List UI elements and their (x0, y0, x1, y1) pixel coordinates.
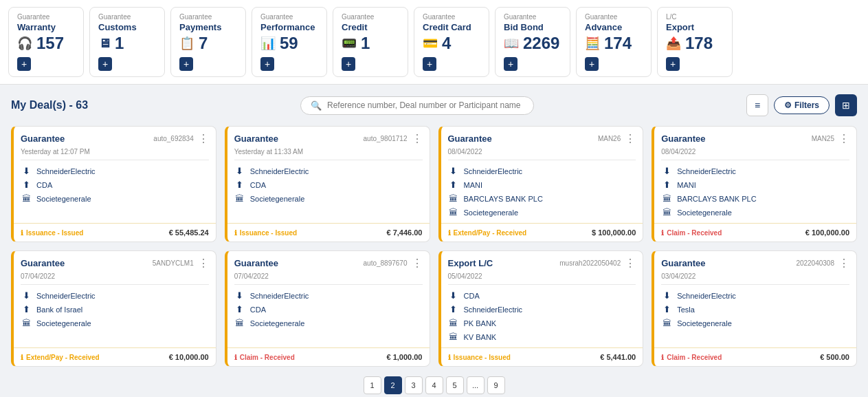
pagination: 12345...9 (11, 376, 857, 394)
card-number: 1 (361, 34, 370, 53)
filters-button[interactable]: ⚙ Filters (774, 96, 830, 114)
card-count: 📖 2269 (504, 34, 559, 53)
deals-grid: Guarantee auto_692834 ⋮ Yesterday at 12:… (11, 126, 857, 367)
deal-options-button[interactable]: ⋮ (412, 257, 423, 270)
card-category-label: Guarantee (17, 13, 49, 21)
add-card-button[interactable]: + (666, 57, 680, 71)
party-row: 🏛 KV BANK (448, 332, 636, 342)
deal-card[interactable]: Guarantee auto_9801712 ⋮ Yesterday at 11… (225, 126, 430, 242)
deal-card[interactable]: Guarantee 2022040308 ⋮ 03/04/2022 ⬇ Schn… (652, 250, 857, 367)
party-row: ⬆ CDA (21, 180, 209, 190)
main-title: My Deal(s) - 63 (11, 99, 88, 111)
top-cards-row: Guarantee Warranty 🎧 157 + Guarantee Cus… (0, 0, 868, 85)
party-name: BARCLAYS BANK PLC (677, 195, 756, 203)
deal-options-button[interactable]: ⋮ (838, 257, 849, 270)
party-name: KV BANK (464, 333, 497, 341)
deal-amount: € 100,000.00 (805, 228, 849, 237)
party-icon: ⬆ (448, 304, 459, 314)
top-card-performance[interactable]: Guarantee Performance 📊 59 + (252, 7, 327, 77)
deal-status: ℹ Extend/Pay - Received (448, 229, 527, 237)
deal-parties: ⬇ SchneiderElectric ⬆ CDA 🏛 Societegener… (14, 160, 216, 223)
deal-card[interactable]: Guarantee auto_8897670 ⋮ 07/04/2022 ⬇ Sc… (225, 250, 430, 367)
deal-card[interactable]: Guarantee MAN26 ⋮ 08/04/2022 ⬇ Schneider… (438, 126, 644, 242)
add-card-button[interactable]: + (260, 57, 274, 71)
party-row: ⬇ CDA (448, 290, 636, 301)
status-icon: ℹ (661, 354, 664, 361)
deal-footer: ℹ Claim - Received € 1,000.00 (227, 347, 430, 366)
deal-type-label: Guarantee (234, 133, 278, 144)
deal-options-button[interactable]: ⋮ (198, 132, 209, 145)
deal-card[interactable]: Export L/C musrah2022050402 ⋮ 05/04/2022… (438, 250, 644, 367)
top-card-export[interactable]: L/C Export 📤 178 + (657, 7, 733, 77)
deal-footer: ℹ Issuance - Issued € 5,441.00 (441, 347, 643, 366)
add-card-button[interactable]: + (504, 57, 518, 71)
party-icon: ⬆ (234, 180, 245, 190)
party-icon: ⬇ (21, 166, 32, 176)
top-card-bid-bond[interactable]: Guarantee Bid Bond 📖 2269 + (495, 7, 570, 77)
top-card-advance[interactable]: Guarantee Advance 🧮 174 + (576, 7, 652, 77)
page-button-...[interactable]: ... (467, 376, 485, 394)
party-name: SchneiderElectric (36, 167, 96, 175)
card-title-label: Customs (98, 22, 137, 32)
deal-footer: ℹ Extend/Pay - Received $ 100,000.00 (441, 223, 643, 242)
party-row: 🏛 Societegenerale (21, 318, 209, 328)
deal-card-header: Guarantee MAN26 ⋮ (441, 127, 643, 148)
card-icon: 📤 (666, 36, 681, 51)
deal-options-button[interactable]: ⋮ (625, 132, 636, 145)
deal-options-button[interactable]: ⋮ (198, 257, 209, 270)
page-button-5[interactable]: 5 (446, 376, 464, 394)
deal-footer: ℹ Extend/Pay - Received € 10,000.00 (14, 347, 216, 366)
status-label: Extend/Pay - Received (454, 229, 527, 237)
page-button-1[interactable]: 1 (364, 376, 381, 394)
deal-options-button[interactable]: ⋮ (412, 132, 423, 145)
add-card-button[interactable]: + (585, 57, 599, 71)
deal-card[interactable]: Guarantee 5ANDYCLM1 ⋮ 07/04/2022 ⬇ Schne… (11, 250, 216, 367)
party-icon: 🏛 (448, 193, 459, 204)
card-number: 1 (115, 34, 124, 53)
top-card-payments[interactable]: Guarantee Payments 📋 7 + (170, 7, 246, 77)
party-row: ⬆ Tesla (661, 304, 849, 314)
card-number: 157 (36, 34, 64, 53)
add-card-button[interactable]: + (342, 57, 355, 71)
add-card-button[interactable]: + (423, 57, 436, 71)
card-category-label: Guarantee (260, 13, 293, 21)
status-label: Claim - Received (667, 229, 722, 237)
add-card-button[interactable]: + (17, 57, 31, 71)
status-label: Claim - Received (240, 354, 295, 361)
card-icon: 🖥 (98, 36, 111, 51)
deal-options-button[interactable]: ⋮ (625, 257, 636, 270)
deal-type-label: Guarantee (21, 258, 65, 268)
top-card-credit-card[interactable]: Guarantee Credit Card 💳 4 + (414, 7, 489, 77)
top-card-warranty[interactable]: Guarantee Warranty 🎧 157 + (8, 7, 84, 77)
top-card-customs[interactable]: Guarantee Customs 🖥 1 + (89, 7, 165, 77)
deal-type-label: Export L/C (448, 258, 493, 268)
deal-type-label: Guarantee (234, 258, 278, 268)
grid-view-button[interactable]: ⊞ (835, 94, 857, 116)
party-icon: 🏛 (661, 207, 672, 217)
search-input[interactable] (327, 100, 524, 110)
top-card-credit[interactable]: Guarantee Credit 📟 1 + (333, 7, 408, 77)
deal-date: 08/04/2022 (654, 148, 856, 160)
add-card-button[interactable]: + (98, 57, 112, 71)
deal-id: musrah2022050402 (559, 259, 621, 267)
party-row: 🏛 BARCLAYS BANK PLC (448, 193, 636, 204)
card-count: 📋 7 (179, 34, 208, 53)
page-button-3[interactable]: 3 (405, 376, 423, 394)
party-name: SchneiderElectric (250, 292, 309, 300)
party-icon: 🏛 (21, 193, 32, 204)
page-button-2[interactable]: 2 (384, 376, 402, 394)
deal-date: 05/04/2022 (441, 272, 643, 284)
list-view-button[interactable]: ≡ (746, 94, 768, 116)
add-card-button[interactable]: + (179, 57, 193, 71)
party-row: ⬇ SchneiderElectric (21, 290, 209, 301)
party-name: Societegenerale (464, 208, 519, 217)
deal-card[interactable]: Guarantee auto_692834 ⋮ Yesterday at 12:… (11, 126, 216, 242)
party-icon: 🏛 (661, 318, 672, 328)
party-icon: ⬇ (21, 290, 32, 301)
deal-id: MAN25 (812, 135, 834, 142)
deal-card[interactable]: Guarantee MAN25 ⋮ 08/04/2022 ⬇ Schneider… (652, 126, 857, 242)
page-button-4[interactable]: 4 (425, 376, 443, 394)
deal-options-button[interactable]: ⋮ (838, 132, 849, 145)
page-button-9[interactable]: 9 (487, 376, 505, 394)
party-icon: ⬇ (661, 290, 672, 301)
